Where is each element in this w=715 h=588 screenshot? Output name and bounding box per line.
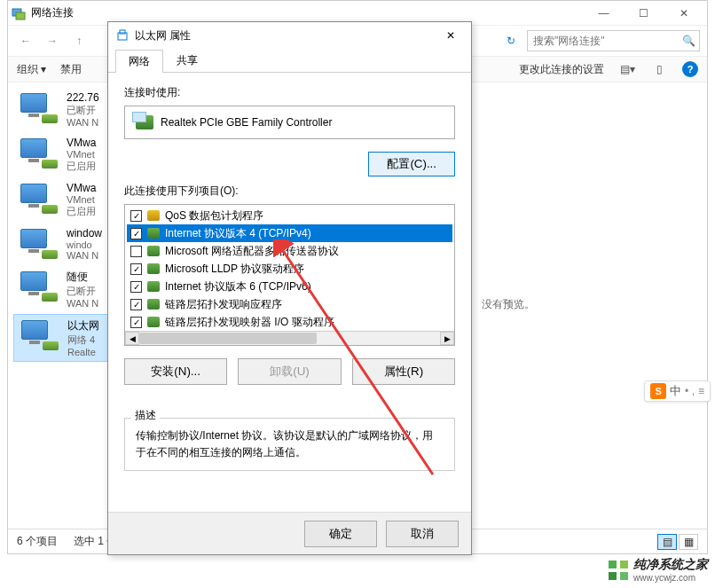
preview-pane-button[interactable]: ▯ <box>650 60 668 78</box>
search-box[interactable]: 🔍 <box>527 30 700 51</box>
tabs: 网络 共享 <box>108 49 471 73</box>
scroll-right-button[interactable]: ▶ <box>440 332 454 345</box>
close-button[interactable]: ✕ <box>664 1 703 26</box>
dialog-footer: 确定 取消 <box>108 512 471 554</box>
dialog-content: 网络 共享 连接时使用: Realtek PCIe GBE Family Con… <box>108 49 471 483</box>
list-item-ipv6[interactable]: Internet 协议版本 6 (TCP/IPv6) <box>127 278 452 295</box>
view-toggle: ▤ ▦ <box>657 534 698 550</box>
install-button[interactable]: 安装(N)... <box>124 358 227 385</box>
adapter-name: Realtek PCIe GBE Family Controller <box>161 116 332 129</box>
maximize-button[interactable]: ☐ <box>624 1 664 26</box>
tab-network[interactable]: 网络 <box>115 50 163 73</box>
ime-menu-icon[interactable]: ≡ <box>698 385 704 397</box>
uninstall-button[interactable]: 卸载(U) <box>238 358 341 385</box>
dialog-titlebar: 以太网 属性 ✕ <box>108 22 471 49</box>
list-item-multiplex[interactable]: Microsoft 网络适配器多路传送器协议 <box>127 242 452 260</box>
ethernet-icon <box>115 28 130 43</box>
svg-rect-1 <box>16 12 25 20</box>
ime-mode: 中 <box>670 383 681 399</box>
description-label: 描述 <box>131 408 160 423</box>
list-item-lltd-mapper[interactable]: 链路层拓扑发现映射器 I/O 驱动程序 <box>127 313 452 331</box>
ethernet-properties-dialog: 以太网 属性 ✕ 网络 共享 连接时使用: Realtek PCIe GBE F… <box>107 21 472 555</box>
ok-button[interactable]: 确定 <box>304 521 377 547</box>
protocol-icon <box>147 246 160 256</box>
watermark-name: 纯净系统之家 <box>633 557 708 573</box>
protocol-list[interactable]: QoS 数据包计划程序 Internet 协议版本 4 (TCP/IPv4) M… <box>124 204 455 346</box>
ime-punct: • , <box>685 385 695 397</box>
protocol-icon <box>147 299 160 310</box>
adapter-icon <box>19 182 61 216</box>
window-controls: — ☐ ✕ <box>584 1 703 26</box>
main-title: 网络连接 <box>31 5 584 20</box>
disable-button[interactable]: 禁用 <box>60 62 82 77</box>
sogou-icon: S <box>650 383 666 399</box>
tab-share[interactable]: 共享 <box>163 49 211 72</box>
list-item-ipv4-selected[interactable]: Internet 协议版本 4 (TCP/IPv4) <box>127 224 452 242</box>
checkbox[interactable] <box>130 263 142 275</box>
watermark-url: www.ycwjz.com <box>633 573 708 583</box>
search-icon: 🔍 <box>682 35 695 47</box>
adapter-icon <box>20 318 62 352</box>
horizontal-scrollbar[interactable]: ◀ ▶ <box>125 331 454 345</box>
help-icon[interactable]: ? <box>682 61 698 77</box>
description-text: 传输控制协议/Internet 协议。该协议是默认的广域网络协议，用于在不同的相… <box>124 418 455 471</box>
organize-menu[interactable]: 组织 ▾ <box>17 62 46 77</box>
connect-using-label: 连接时使用: <box>124 85 455 100</box>
forward-button[interactable]: → <box>42 30 63 51</box>
refresh-button[interactable]: ↻ <box>500 30 522 51</box>
service-icon <box>147 210 160 221</box>
checkbox[interactable] <box>130 228 142 239</box>
protocol-icon <box>147 263 160 274</box>
cancel-button[interactable]: 取消 <box>386 521 459 547</box>
change-settings-button[interactable]: 更改此连接的设置 <box>519 62 604 77</box>
configure-button[interactable]: 配置(C)... <box>368 152 455 176</box>
list-item-lldp[interactable]: Microsoft LLDP 协议驱动程序 <box>127 260 452 278</box>
watermark-logo-icon <box>609 561 628 580</box>
up-button[interactable]: ↑ <box>68 30 90 51</box>
watermark: 纯净系统之家 www.ycwjz.com <box>609 557 708 583</box>
items-label: 此连接使用下列项目(O): <box>124 184 455 199</box>
action-buttons: 安装(N)... 卸载(U) 属性(R) <box>124 358 455 385</box>
adapter-icon <box>19 227 61 261</box>
scroll-thumb[interactable] <box>139 333 317 344</box>
icons-view-button[interactable]: ▦ <box>679 534 698 550</box>
checkbox[interactable] <box>130 281 142 293</box>
dialog-body: 连接时使用: Realtek PCIe GBE Family Controlle… <box>108 73 471 483</box>
checkbox[interactable] <box>130 246 142 257</box>
protocol-icon <box>147 317 160 327</box>
description-group: 描述 传输控制协议/Internet 协议。该协议是默认的广域网络协议，用于在不… <box>124 401 455 471</box>
adapter-icon <box>19 270 61 303</box>
view-mode-button[interactable]: ▤▾ <box>618 60 636 78</box>
network-folder-icon <box>12 6 26 20</box>
scroll-left-button[interactable]: ◀ <box>125 332 139 345</box>
item-count: 6 个项目 <box>17 534 58 549</box>
nic-icon <box>136 115 153 129</box>
checkbox[interactable] <box>130 210 142 222</box>
adapter-icon <box>19 91 61 125</box>
no-preview-text: 没有预览。 <box>482 297 535 312</box>
checkbox[interactable] <box>130 317 142 328</box>
list-item-qos[interactable]: QoS 数据包计划程序 <box>127 207 452 224</box>
list-item-lltd-responder[interactable]: 链路层拓扑发现响应程序 <box>127 295 452 313</box>
ime-indicator[interactable]: S 中 • , ≡ <box>644 380 711 402</box>
back-button[interactable]: ← <box>15 30 36 51</box>
protocol-icon <box>147 228 160 239</box>
details-view-button[interactable]: ▤ <box>657 534 677 550</box>
minimize-button[interactable]: — <box>584 1 624 26</box>
checkbox[interactable] <box>130 299 142 310</box>
scroll-track[interactable] <box>139 332 440 345</box>
adapter-box: Realtek PCIe GBE Family Controller <box>124 106 455 139</box>
adapter-icon <box>19 137 61 170</box>
protocol-icon <box>147 281 160 292</box>
dialog-close-button[interactable]: ✕ <box>437 25 464 46</box>
dialog-title: 以太网 属性 <box>135 28 191 43</box>
properties-button[interactable]: 属性(R) <box>352 358 455 385</box>
search-input[interactable] <box>533 35 694 47</box>
